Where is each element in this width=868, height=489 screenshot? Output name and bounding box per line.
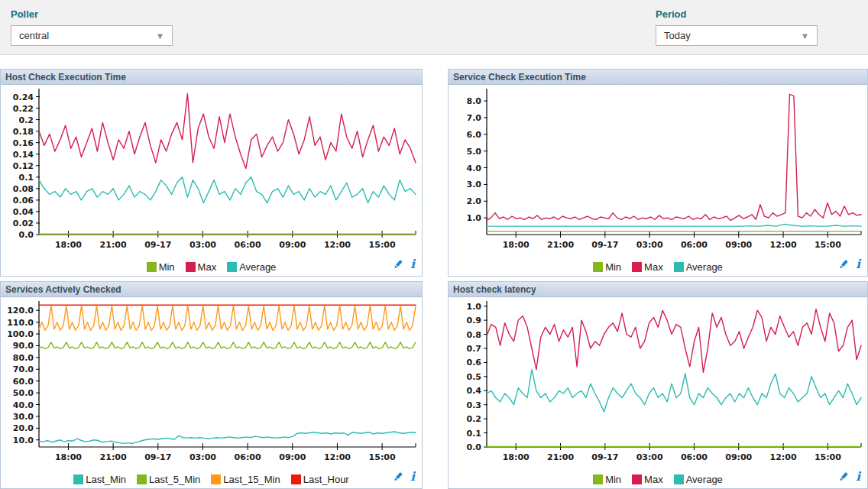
series-average (39, 177, 416, 203)
svg-text:30.0: 30.0 (13, 412, 34, 422)
svg-text:60.0: 60.0 (13, 377, 34, 387)
svg-text:0.3: 0.3 (467, 400, 482, 410)
pencil-icon[interactable] (838, 259, 849, 270)
pencil-icon[interactable] (393, 471, 403, 482)
svg-text:03:00: 03:00 (189, 240, 216, 250)
legend-swatch (147, 262, 157, 272)
panel-host-check-execution-time: Host Check Execution Time 0.240.220.20.1… (0, 69, 423, 277)
legend-item-last-hour[interactable]: Last_Hour (291, 474, 349, 485)
legend-item-last-5-min[interactable]: Last_5_Min (137, 474, 200, 485)
legend-label: Max (644, 261, 663, 273)
chevron-down-icon: ▼ (801, 31, 809, 40)
svg-text:110.0: 110.0 (7, 318, 34, 328)
poller-label: Poller (11, 8, 173, 20)
panel-host-check-latency: Host check latency 1.00.90.80.70.60.50.4… (448, 281, 868, 489)
legend-label: Average (686, 474, 723, 485)
info-icon[interactable]: i (856, 471, 860, 482)
panel-footer: Last_MinLast_5_MinLast_15_MinLast_Hour i (1, 470, 422, 488)
legend-item-last-15-min[interactable]: Last_15_Min (211, 474, 280, 485)
chevron-down-icon: ▼ (156, 31, 164, 40)
legend-swatch (593, 474, 603, 484)
pencil-icon[interactable] (838, 471, 849, 482)
svg-text:09:00: 09:00 (725, 452, 752, 462)
legend-label: Min (605, 261, 621, 273)
svg-text:0.1: 0.1 (467, 429, 482, 439)
svg-text:50.0: 50.0 (13, 388, 34, 398)
legend-item-max[interactable]: Max (186, 261, 217, 273)
svg-text:4.0: 4.0 (467, 164, 482, 173)
svg-text:100.0: 100.0 (7, 329, 34, 339)
svg-text:03:00: 03:00 (636, 240, 663, 250)
svg-text:0.2: 0.2 (467, 414, 482, 424)
series-average (487, 370, 861, 412)
svg-text:1.0: 1.0 (467, 302, 482, 312)
series-last-min (39, 432, 416, 443)
series-average (487, 224, 861, 226)
legend-label: Max (644, 474, 663, 485)
chart-actions: i (838, 471, 860, 482)
svg-text:12:00: 12:00 (324, 452, 351, 462)
legend-swatch (674, 262, 684, 272)
svg-text:03:00: 03:00 (189, 452, 216, 462)
svg-text:2.0: 2.0 (467, 196, 482, 206)
legend-swatch (291, 474, 301, 484)
legend-item-min[interactable]: Min (593, 261, 621, 273)
chart-actions: i (838, 259, 860, 270)
svg-text:40.0: 40.0 (13, 400, 34, 410)
panel-title: Host check latency (449, 282, 867, 297)
svg-text:0.2: 0.2 (19, 115, 34, 125)
panel-footer: MinMaxAverage i (449, 257, 867, 276)
svg-text:18:00: 18:00 (503, 452, 530, 462)
chart-legend: MinMaxAverage (147, 261, 277, 273)
info-icon[interactable]: i (856, 259, 860, 270)
svg-text:15:00: 15:00 (815, 452, 841, 462)
info-icon[interactable]: i (410, 471, 415, 482)
poller-select[interactable]: central ▼ (11, 25, 173, 46)
legend-label: Average (686, 261, 723, 273)
charts-grid: Host Check Execution Time 0.240.220.20.1… (0, 69, 868, 489)
legend-item-average[interactable]: Average (674, 474, 723, 485)
svg-text:09-17: 09-17 (144, 452, 171, 462)
period-selected-value: Today (664, 30, 691, 41)
svg-text:21:00: 21:00 (547, 240, 574, 250)
series-last-15-min (39, 306, 416, 330)
svg-text:18:00: 18:00 (503, 240, 530, 250)
pencil-icon[interactable] (393, 259, 403, 270)
legend-item-min[interactable]: Min (593, 474, 621, 485)
legend-item-average[interactable]: Average (227, 261, 276, 273)
svg-text:09:00: 09:00 (279, 240, 306, 250)
svg-text:7.0: 7.0 (467, 113, 482, 123)
legend-label: Last_Min (86, 474, 126, 485)
svg-text:6.0: 6.0 (467, 130, 482, 140)
svg-text:120.0: 120.0 (7, 306, 34, 316)
svg-text:0.06: 0.06 (13, 196, 34, 206)
legend-item-max[interactable]: Max (632, 261, 663, 273)
legend-item-min[interactable]: Min (147, 261, 175, 273)
svg-text:15:00: 15:00 (815, 240, 841, 250)
svg-text:03:00: 03:00 (636, 452, 663, 462)
chart-host-check-latency: 1.00.90.80.70.60.50.40.30.20.10.018:0021… (449, 297, 867, 470)
chart-svg: 1.00.90.80.70.60.50.40.30.20.10.018:0021… (449, 297, 867, 470)
svg-text:0.16: 0.16 (13, 138, 34, 148)
svg-text:5.0: 5.0 (467, 147, 482, 157)
info-icon[interactable]: i (410, 259, 415, 270)
svg-text:0.1: 0.1 (19, 173, 34, 183)
svg-text:06:00: 06:00 (681, 452, 708, 462)
period-filter-group: Period Today ▼ (656, 8, 818, 46)
svg-text:06:00: 06:00 (235, 452, 261, 462)
period-select[interactable]: Today ▼ (656, 25, 818, 46)
svg-text:8.0: 8.0 (467, 96, 482, 106)
filter-bar: Poller central ▼ Period Today ▼ (0, 0, 868, 55)
svg-text:3.0: 3.0 (467, 180, 482, 189)
svg-text:0.04: 0.04 (13, 207, 34, 217)
legend-item-max[interactable]: Max (632, 474, 663, 485)
legend-label: Min (159, 261, 175, 273)
panel-footer: MinMaxAverage i (449, 470, 867, 488)
svg-text:0.0: 0.0 (467, 442, 482, 452)
legend-swatch (211, 474, 221, 484)
chart-service-check-execution-time: 8.07.06.05.04.03.02.01.018:0021:0009-170… (449, 85, 867, 257)
svg-text:70.0: 70.0 (13, 364, 34, 374)
svg-text:0.14: 0.14 (13, 150, 34, 160)
legend-item-last-min[interactable]: Last_Min (73, 474, 126, 485)
legend-item-average[interactable]: Average (674, 261, 723, 273)
